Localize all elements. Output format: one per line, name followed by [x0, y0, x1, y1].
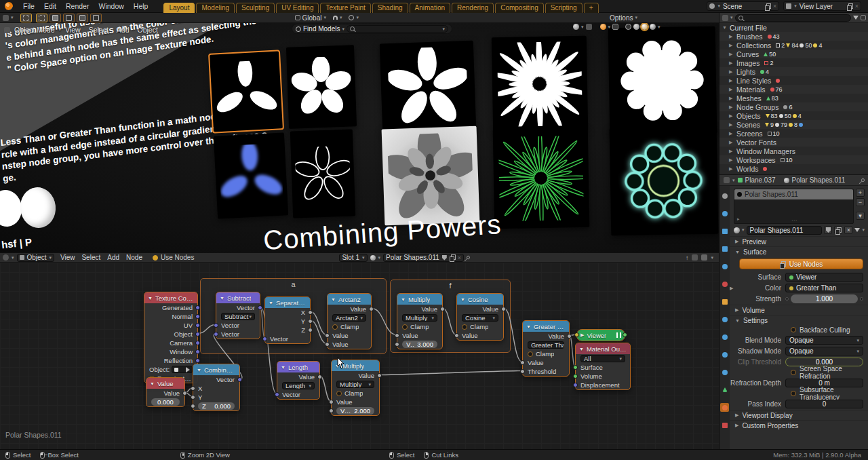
options-label[interactable]: Options [610, 14, 633, 22]
scene-name[interactable]: Scene [723, 3, 762, 10]
collapse-arrow-icon[interactable]: ▼ [401, 297, 406, 302]
close-icon[interactable]: × [458, 254, 461, 261]
output-socket[interactable] [182, 391, 187, 396]
node-multiply1[interactable]: ▼MultiplyValueMultiply▾ClampValueValue3.… [397, 293, 443, 349]
slide-flower-tile[interactable] [380, 41, 477, 134]
output-socket[interactable] [195, 323, 200, 328]
outliner-row-meshes[interactable]: ▶Meshes83 [719, 94, 868, 102]
input-socket[interactable] [573, 383, 578, 387]
expander-icon[interactable]: ▶ [729, 122, 734, 128]
snap-node-icon[interactable] [692, 254, 698, 261]
use-nodes-button[interactable]: Use Nodes [739, 258, 863, 269]
output-socket[interactable] [440, 307, 445, 311]
properties-tab-tool[interactable] [720, 191, 729, 200]
expander-icon[interactable]: ▶ [729, 113, 734, 119]
outliner-row-vector-fonts[interactable]: ▶Vector Fonts [719, 138, 868, 147]
output-socket[interactable] [369, 307, 374, 311]
proportional-edit-controls[interactable]: ▾ [349, 15, 359, 20]
viewport-3d[interactable]: is often useful to use a C's color manag… [0, 23, 719, 252]
expander-icon[interactable]: ▶ [729, 131, 734, 136]
collapse-arrow-icon[interactable]: ▶ [580, 332, 584, 338]
node-header[interactable]: ▼Multiply [397, 294, 442, 305]
view-layer-name[interactable]: View Layer [800, 3, 844, 10]
workspace-tab-uv-editing[interactable]: UV Editing [276, 3, 319, 13]
input-socket[interactable] [520, 360, 525, 365]
editor-type-icon[interactable] [3, 254, 9, 261]
workspace-tab-[interactable]: + [584, 3, 599, 13]
shader-type-dropdown[interactable]: Object ▾ [17, 254, 54, 262]
expander-icon[interactable]: ▶ [729, 157, 734, 163]
input-socket[interactable] [191, 404, 195, 408]
enum-dropdown[interactable]: All▾ [580, 355, 625, 362]
node-value[interactable]: ▼ValueValue0.000 [146, 377, 185, 407]
workspace-tab-sculpting[interactable]: Sculpting [236, 3, 275, 13]
collapse-arrow-icon[interactable]: ▼ [220, 296, 224, 301]
outliner-row-lights[interactable]: ▶Lights4 [719, 67, 868, 76]
animate-dot-icon[interactable] [860, 297, 863, 301]
material-slot-list[interactable]: Polar Shapes.011 ▸ ⋯ [734, 189, 854, 224]
input-socket[interactable] [191, 395, 195, 400]
ssr-checkbox[interactable]: Screen Space Refraction [791, 368, 868, 377]
input-socket[interactable] [520, 369, 525, 374]
value-field[interactable]: Z0.000 [198, 402, 235, 410]
menu-help[interactable]: Help [129, 0, 153, 13]
panel-settings[interactable]: ▼ Settings [730, 315, 868, 325]
output-socket[interactable] [377, 373, 382, 378]
output-socket[interactable] [308, 319, 313, 324]
object-picker-field[interactable] [172, 366, 193, 373]
enum-dropdown[interactable]: Arctan2▾ [332, 314, 366, 322]
blenderkit-search-bar[interactable]: Find Models ▾ ▾ [292, 24, 452, 34]
fake-user-shield-icon[interactable] [442, 255, 447, 261]
select-mode-subtract[interactable] [63, 14, 75, 22]
menu-window[interactable]: Window [94, 0, 128, 13]
editor-type-icon[interactable] [724, 177, 730, 183]
panel-viewport-display[interactable]: ▶ Viewport Display [730, 410, 868, 420]
panel-custom-properties[interactable]: ▶ Custom Properties [730, 420, 868, 430]
viewport-menu-object[interactable]: Object [134, 26, 162, 34]
input-socket[interactable] [454, 333, 459, 338]
properties-tab-scene[interactable] [720, 262, 729, 271]
material-slot-selected[interactable]: Polar Shapes.011 [734, 189, 853, 199]
workspace-tab-texture-paint[interactable]: Texture Paint [320, 3, 370, 13]
pin-icon[interactable] [466, 255, 471, 260]
outliner-row-brushes[interactable]: ▶Brushes43 [719, 32, 868, 41]
node-output[interactable]: ▼Material OutputAll▾SurfaceVolumeDisplac… [575, 343, 631, 390]
node-separate[interactable]: ▼Separate XYZXYZVector [264, 296, 311, 344]
properties-tab-render[interactable] [720, 209, 729, 218]
mode-dropdown[interactable]: Object Mode [10, 26, 59, 34]
expander-icon[interactable]: ▶ [729, 69, 734, 75]
output-socket[interactable] [195, 332, 200, 337]
output-socket[interactable] [195, 341, 200, 345]
node-header[interactable]: ▼Cosine [457, 294, 503, 305]
outliner-row-collections[interactable]: ▶Collections284504 [719, 41, 868, 50]
select-mode-new[interactable] [36, 14, 47, 22]
value-field[interactable]: 0.000 [151, 398, 180, 406]
node-header[interactable]: ▼Texture Coordinate [144, 292, 197, 303]
workspace-tab-layout[interactable]: Layout [163, 3, 195, 13]
gizmo-icon[interactable] [586, 24, 592, 30]
shading-wireframe-icon[interactable] [625, 24, 631, 30]
slide-flower-tile[interactable] [210, 51, 283, 132]
filter-funnel-icon[interactable] [853, 16, 859, 20]
node-header[interactable]: ▼Separate XYZ [265, 297, 310, 308]
workspace-tab-scripting[interactable]: Scripting [545, 3, 583, 13]
workspace-tab-shading[interactable]: Shading [372, 3, 408, 13]
output-socket[interactable] [195, 314, 200, 319]
slide-flower-tile[interactable] [290, 129, 355, 218]
select-mode-extend[interactable] [50, 14, 61, 22]
value-field[interactable]: Value2.000 [336, 407, 374, 415]
collapse-all-icon[interactable] [861, 15, 866, 20]
output-socket[interactable] [195, 358, 200, 363]
node-arctan2[interactable]: ▼Arctan2ValueArctan2▾ClampValueValue [327, 293, 372, 349]
input-socket[interactable] [329, 408, 334, 413]
properties-tab-view-layer[interactable] [720, 244, 729, 253]
orientation-value[interactable]: Global [302, 14, 322, 22]
expander-icon[interactable]: ▶ [729, 43, 734, 48]
properties-tab-output[interactable] [720, 227, 729, 235]
close-icon[interactable]: × [855, 3, 859, 9]
collapse-arrow-icon[interactable]: ▼ [281, 365, 285, 370]
enum-dropdown[interactable]: Subtract▾ [221, 313, 255, 320]
output-socket[interactable] [623, 332, 627, 337]
node-viewer[interactable]: ▶Viewer [576, 329, 625, 341]
node-header[interactable]: ▼Combine XYZ [193, 364, 239, 375]
